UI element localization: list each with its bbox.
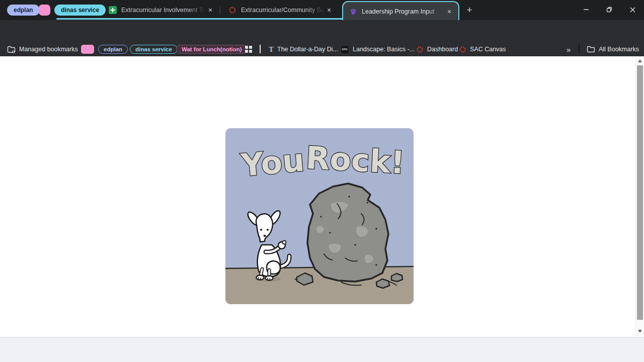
bookmarks-divider [579, 45, 580, 53]
tab-title: Leadership Program Input [362, 8, 445, 15]
page-content: You Rock! [0, 56, 635, 336]
close-icon[interactable]: × [206, 6, 215, 15]
window-close-button[interactable] [621, 0, 644, 19]
apps-grid-icon[interactable] [245, 42, 253, 56]
saved-group-pink[interactable] [81, 45, 94, 54]
window-restore-button[interactable] [598, 0, 621, 19]
tab-extracurricular-community-service[interactable]: Extracurricular/Community Serv × [222, 0, 338, 20]
bookmark-dashboard[interactable]: Dashboard [416, 42, 458, 56]
tab-group-chip-dinas-service[interactable]: dinas service [54, 5, 106, 16]
bookmarks-divider [260, 45, 261, 53]
saved-group-dinas-service[interactable]: dinas service [130, 45, 178, 54]
bookmark-label: Dashboard [427, 46, 458, 53]
folder-icon [587, 46, 595, 53]
tab-group-chip-edplan[interactable]: edplan [7, 5, 40, 16]
all-bookmarks-label: All Bookmarks [599, 46, 639, 53]
tab-divider [220, 7, 220, 14]
all-bookmarks[interactable]: All Bookmarks [587, 42, 639, 56]
tab-leadership-program-input[interactable]: Leadership Program Input × [342, 1, 459, 21]
close-icon[interactable]: × [445, 7, 454, 16]
caption-you: You [239, 142, 306, 184]
close-icon[interactable]: × [325, 6, 334, 15]
canvas-icon [228, 6, 236, 14]
windows-taskbar: ⚙ 2:40 PM 12/9/2025 [0, 337, 644, 362]
tab-extracurricular-involvement[interactable]: Extracurricular Involvement Trac × [103, 0, 219, 20]
canvas-icon [459, 46, 466, 53]
bookmarks-bar: Managed bookmarks edplan dinas service W… [0, 42, 644, 56]
epic-icon: EPIC [341, 45, 349, 54]
bookmark-label: Landscape: Basics -... [353, 46, 415, 53]
bookmark-landscape-basics[interactable]: EPIC Landscape: Basics -... [341, 42, 415, 56]
scrollbar-thumb[interactable] [637, 65, 643, 320]
page-scrollbar[interactable] [635, 56, 644, 336]
tab-title: Extracurricular Involvement Trac [121, 7, 206, 14]
browser-toolbar: input.innerview.org/s/Leadership-Program… [0, 20, 644, 42]
you-rock-illustration: You Rock! [225, 128, 414, 304]
desktop: edplan dinas service Extracurricular Inv… [0, 0, 644, 362]
nyt-t-icon: T [269, 45, 274, 54]
sheets-icon [109, 6, 117, 14]
managed-bookmarks[interactable]: Managed bookmarks [7, 42, 78, 56]
caption-rock: Rock! [305, 139, 406, 181]
scrollbar-up-arrow[interactable] [638, 59, 642, 62]
managed-bookmarks-label: Managed bookmarks [19, 46, 78, 53]
window-minimize-button[interactable] [575, 0, 598, 19]
tab-group-chip-unnamed[interactable] [39, 5, 50, 16]
tab-strip: edplan dinas service Extracurricular Inv… [0, 0, 644, 20]
scrollbar-down-arrow[interactable] [638, 330, 642, 333]
paw-icon [349, 8, 357, 16]
new-tab-button[interactable]: + [464, 5, 475, 16]
canvas-icon [416, 46, 424, 53]
bookmark-dollar-a-day[interactable]: T The Dollar-a-Day Di... [269, 42, 338, 56]
bookmark-sac-canvas[interactable]: SAC Canvas [459, 42, 506, 56]
bookmark-label: The Dollar-a-Day Di... [277, 46, 338, 53]
tab-title: Extracurricular/Community Serv [241, 7, 325, 14]
bookmarks-overflow-chevron[interactable]: » [567, 42, 571, 56]
saved-group-edplan[interactable]: edplan [98, 45, 128, 54]
saved-group-wat-for-lunch[interactable]: Wat for Lunch(notion) [176, 45, 248, 54]
managed-folder-icon [7, 46, 16, 53]
bookmark-label: SAC Canvas [470, 46, 506, 53]
